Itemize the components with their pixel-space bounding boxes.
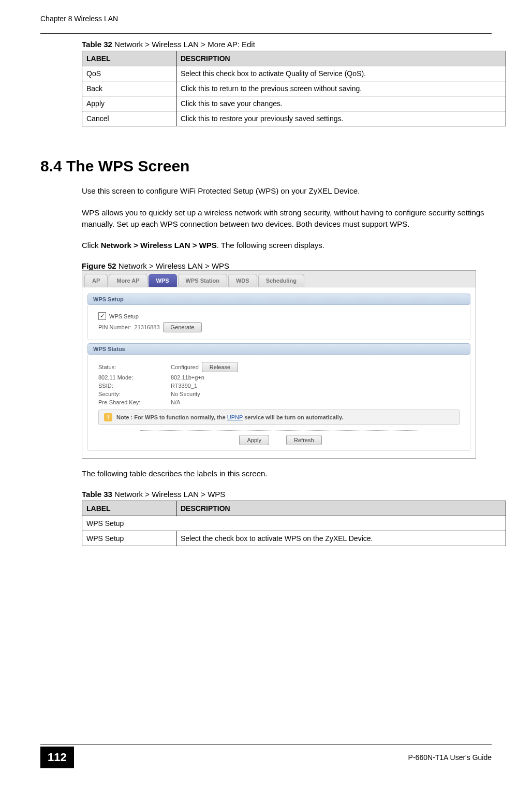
table33-caption-text: Network > Wireless LAN > WPS xyxy=(112,490,225,499)
tab-wps[interactable]: WPS xyxy=(149,274,177,287)
table33-caption: Table 33 Network > Wireless LAN > WPS xyxy=(82,490,492,499)
tab-more-ap[interactable]: More AP xyxy=(109,274,147,287)
table32: LABEL DESCRIPTION QoS Select this check … xyxy=(82,51,506,126)
tab-wps-station[interactable]: WPS Station xyxy=(178,274,227,287)
table33-head-desc: DESCRIPTION xyxy=(176,501,506,516)
table32-caption-text: Network > Wireless LAN > More AP: Edit xyxy=(112,40,255,49)
security-value: No Security xyxy=(171,391,200,397)
t32-r2-label: Apply xyxy=(82,96,176,111)
t32-r0-label: QoS xyxy=(82,66,176,81)
table-row: WPS Setup xyxy=(82,516,506,531)
t32-r1-label: Back xyxy=(82,81,176,96)
p3-post: . The following screen displays. xyxy=(217,241,324,250)
table-row: QoS Select this check box to activate Qu… xyxy=(82,66,506,81)
group-wps-setup-title: WPS Setup xyxy=(87,294,470,305)
psk-label: Pre-Shared Key: xyxy=(98,399,171,405)
upnp-link[interactable]: UPNP xyxy=(227,414,243,420)
tab-ap[interactable]: AP xyxy=(84,274,108,287)
chapter-header: Chapter 8 Wireless LAN xyxy=(40,14,118,23)
wps-screenshot: AP More AP WPS WPS Station WDS Schedulin… xyxy=(82,270,476,459)
header-rule xyxy=(40,33,492,34)
table32-head-desc: DESCRIPTION xyxy=(176,51,506,66)
generate-button[interactable]: Generate xyxy=(163,322,202,332)
tab-bar: AP More AP WPS WPS Station WDS Schedulin… xyxy=(82,271,476,287)
t32-r3-label: Cancel xyxy=(82,111,176,126)
figure52-caption-text: Network > Wireless LAN > WPS xyxy=(116,261,229,270)
t32-r1-desc: Click this to return to the previous scr… xyxy=(176,81,506,96)
table-row: Back Click this to return to the previou… xyxy=(82,81,506,96)
note-prefix: Note : For WPS to function normally, the xyxy=(116,414,227,420)
apply-button[interactable]: Apply xyxy=(239,435,269,445)
t33-r1-desc: Select the check box to activate WPS on … xyxy=(176,531,506,546)
pin-label: PIN Number: xyxy=(98,324,131,330)
refresh-button[interactable]: Refresh xyxy=(286,435,322,445)
p3-pre: Click xyxy=(82,241,101,250)
note-icon: ! xyxy=(104,413,112,421)
wps-setup-label: WPS Setup xyxy=(109,313,139,319)
table33-head-label: LABEL xyxy=(82,501,176,516)
figure52-caption: Figure 52 Network > Wireless LAN > WPS xyxy=(82,261,492,270)
section-heading: 8.4 The WPS Screen xyxy=(40,157,492,175)
t33-r0-label: WPS Setup xyxy=(82,516,506,531)
p3-bold: Network > Wireless LAN > WPS xyxy=(101,241,217,250)
mode-label: 802.11 Mode: xyxy=(98,374,171,381)
psk-value: N/A xyxy=(171,399,180,405)
t32-r2-desc: Click this to save your changes. xyxy=(176,96,506,111)
section-p1: Use this screen to configure WiFi Protec… xyxy=(82,185,506,197)
table33-caption-num: Table 33 xyxy=(82,490,112,499)
note-suffix: service will be turn on automatically. xyxy=(244,414,343,420)
page-number: 112 xyxy=(40,747,74,768)
t32-r3-desc: Click this to restore your previously sa… xyxy=(176,111,506,126)
table-row: Apply Click this to save your changes. xyxy=(82,96,506,111)
table32-caption-num: Table 32 xyxy=(82,40,112,49)
wps-setup-checkbox[interactable] xyxy=(98,312,106,320)
section-p2: WPS allows you to quickly set up a wirel… xyxy=(82,207,506,230)
t33-r1-label: WPS Setup xyxy=(82,531,176,546)
table-row: Cancel Click this to restore your previo… xyxy=(82,111,506,126)
status-value: Configured xyxy=(171,364,199,370)
footer-rule xyxy=(40,744,492,744)
tab-scheduling[interactable]: Scheduling xyxy=(258,274,304,287)
footer-guide: P-660N-T1A User's Guide xyxy=(408,753,492,762)
tab-wds[interactable]: WDS xyxy=(228,274,257,287)
ssid-value: RT3390_1 xyxy=(171,383,197,389)
table32-head-label: LABEL xyxy=(82,51,176,66)
dotted-separator xyxy=(140,430,418,431)
t32-r0-desc: Select this check box to activate Qualit… xyxy=(176,66,506,81)
ssid-label: SSID: xyxy=(98,383,171,389)
pin-value: 21316883 xyxy=(135,324,160,330)
status-label: Status: xyxy=(98,364,171,370)
group-wps-status-title: WPS Status xyxy=(87,343,470,355)
section-p3: Click Network > Wireless LAN > WPS. The … xyxy=(82,240,506,251)
table32-caption: Table 32 Network > Wireless LAN > More A… xyxy=(82,40,492,49)
security-label: Security: xyxy=(98,391,171,397)
after-figure-text: The following table describes the labels… xyxy=(82,468,506,479)
figure52-caption-num: Figure 52 xyxy=(82,261,116,270)
note-box: ! Note : For WPS to function normally, t… xyxy=(98,410,460,425)
mode-value: 802.11b+g+n xyxy=(171,374,204,381)
release-button[interactable]: Release xyxy=(202,362,238,372)
table-row: WPS Setup Select the check box to activa… xyxy=(82,531,506,546)
table33: LABEL DESCRIPTION WPS Setup WPS Setup Se… xyxy=(82,501,506,546)
